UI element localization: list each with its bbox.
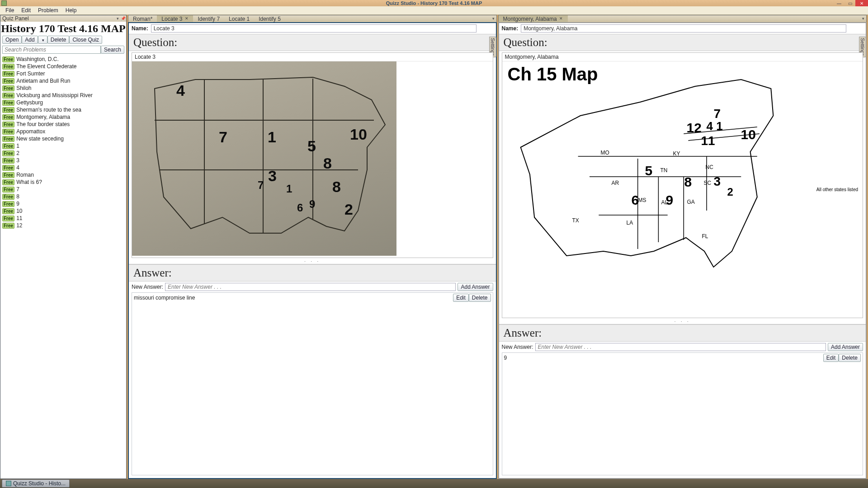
map-number: 3	[714, 174, 721, 189]
problem-item[interactable]: FreeAntietam and Bull Run	[0, 77, 126, 84]
map-state-label: AL	[661, 199, 668, 206]
add-dropdown-button[interactable]	[38, 36, 47, 44]
add-button[interactable]: Add	[22, 36, 38, 44]
free-badge: Free	[2, 223, 14, 229]
tab[interactable]: Identify 5	[254, 15, 285, 22]
problem-item[interactable]: Free10	[0, 207, 126, 215]
close-button[interactable]: ✕	[855, 0, 868, 6]
problem-label: Fort Sumter	[16, 70, 45, 77]
minimize-button[interactable]: —	[834, 0, 844, 6]
problem-list[interactable]: FreeWashington, D.C.FreeThe Elevent Conf…	[0, 56, 126, 479]
problem-label: Gettysburg	[16, 99, 43, 106]
map-state-label: AR	[612, 180, 619, 186]
problem-item[interactable]: FreeRoman	[0, 171, 126, 178]
delete-button[interactable]: Delete	[47, 36, 70, 44]
taskbar: Quizz Studio - Histo...	[0, 479, 868, 488]
problem-item[interactable]: Free3	[0, 157, 126, 164]
right-editor: Settings Name: Question: Montgomery, Ala…	[498, 22, 867, 479]
new-answer-row: New Answer: Add Answer	[129, 282, 496, 292]
open-button[interactable]: Open	[2, 36, 22, 44]
map-note: All other states listed	[816, 187, 858, 192]
map-number: 8	[332, 178, 341, 196]
problem-item[interactable]: FreeSherman's route to the sea	[0, 106, 126, 113]
quiz-panel-header[interactable]: Quiz Panel ▾📌	[0, 15, 126, 22]
map-number: 5	[645, 163, 653, 178]
panel-pin-icon[interactable]: 📌	[121, 16, 125, 21]
menu-help[interactable]: Help	[62, 7, 80, 14]
problem-item[interactable]: Free2	[0, 150, 126, 157]
tabs-overflow-icon[interactable]: ▾	[492, 16, 495, 21]
problem-label: The four border states	[16, 121, 70, 127]
problem-item[interactable]: FreeNew state seceding	[0, 135, 126, 142]
problem-item[interactable]: FreeShiloh	[0, 84, 126, 92]
map-number: 7	[219, 128, 227, 146]
tab[interactable]: Roman*	[128, 15, 157, 22]
problem-item[interactable]: FreeThe Elevent Confederate	[0, 63, 126, 70]
edit-answer-button[interactable]: Edit	[823, 354, 839, 362]
menu-file[interactable]: File	[2, 7, 18, 14]
search-input[interactable]	[2, 46, 101, 54]
map-state-label: MS	[638, 197, 646, 203]
tab-close-icon[interactable]: ✕	[559, 17, 563, 21]
tab[interactable]: Montgomery, Alabama✕	[499, 15, 568, 22]
tabs-overflow-icon[interactable]: ▾	[862, 16, 864, 21]
problem-label: Washington, D.C.	[16, 56, 59, 62]
new-answer-input[interactable]	[165, 283, 456, 291]
problem-item[interactable]: Free9	[0, 200, 126, 207]
free-badge: Free	[2, 216, 14, 221]
search-button[interactable]: Search	[101, 46, 124, 54]
tab[interactable]: Locate 3✕	[157, 15, 193, 22]
problem-item[interactable]: FreeGettysburg	[0, 99, 126, 106]
free-badge: Free	[2, 187, 14, 192]
name-field[interactable]	[151, 24, 476, 33]
tab[interactable]: Identify 7	[193, 15, 224, 22]
problem-item[interactable]: FreeAppomattox	[0, 128, 126, 135]
tab-close-icon[interactable]: ✕	[184, 17, 189, 21]
delete-answer-button[interactable]: Delete	[469, 294, 491, 302]
close-quiz-button[interactable]: Close Quiz	[69, 36, 102, 44]
problem-item[interactable]: Free12	[0, 222, 126, 229]
problem-label: What is 6?	[16, 179, 42, 185]
free-badge: Free	[2, 107, 14, 113]
free-badge: Free	[2, 129, 14, 135]
add-answer-button[interactable]: Add Answer	[458, 283, 493, 291]
problem-item[interactable]: FreeWashington, D.C.	[0, 56, 126, 63]
map-state-label: MO	[601, 150, 609, 156]
map-number: 4 1	[707, 119, 723, 133]
problem-item[interactable]: FreeMontgomery, Alabama	[0, 113, 126, 121]
edit-answer-button[interactable]: Edit	[453, 294, 469, 302]
menu-problem[interactable]: Problem	[34, 7, 62, 14]
splitter-handle[interactable]: · · ·	[499, 319, 866, 324]
taskbar-item[interactable]: Quizz Studio - Histo...	[2, 479, 70, 488]
problem-item[interactable]: Free7	[0, 186, 126, 193]
splitter-handle[interactable]: · · ·	[129, 259, 496, 264]
free-badge: Free	[2, 85, 14, 91]
maximize-button[interactable]: ▭	[844, 0, 855, 6]
map-number: 1	[286, 183, 292, 195]
problem-item[interactable]: Free8	[0, 193, 126, 200]
tab[interactable]: Locate 1	[224, 15, 254, 22]
title-bar: Quizz Studio - History 170 Test 4.16 MAP…	[0, 0, 868, 6]
free-badge: Free	[2, 100, 14, 106]
problem-item[interactable]: FreeWhat is 6?	[0, 178, 126, 186]
problem-item[interactable]: Free1	[0, 142, 126, 150]
problem-item[interactable]: FreeThe four border states	[0, 121, 126, 128]
problem-item[interactable]: FreeVicksburg and Mississippi River	[0, 92, 126, 99]
menu-edit[interactable]: Edit	[18, 7, 34, 14]
answer-heading: Answer:	[129, 264, 496, 282]
problem-item[interactable]: Free11	[0, 215, 126, 222]
question-heading: Question:	[129, 34, 496, 51]
tab-label: Identify 5	[259, 16, 281, 22]
new-answer-label: New Answer:	[132, 284, 163, 290]
free-badge: Free	[2, 150, 14, 156]
free-badge: Free	[2, 93, 14, 99]
new-answer-input[interactable]	[535, 343, 826, 351]
problem-item[interactable]: Free4	[0, 164, 126, 171]
delete-answer-button[interactable]: Delete	[839, 354, 861, 362]
panel-dropdown-icon[interactable]: ▾	[115, 16, 120, 21]
free-badge: Free	[2, 194, 14, 200]
name-field[interactable]	[521, 24, 846, 33]
map-number: 12	[687, 120, 702, 136]
add-answer-button[interactable]: Add Answer	[828, 343, 863, 351]
problem-item[interactable]: FreeFort Sumter	[0, 70, 126, 77]
